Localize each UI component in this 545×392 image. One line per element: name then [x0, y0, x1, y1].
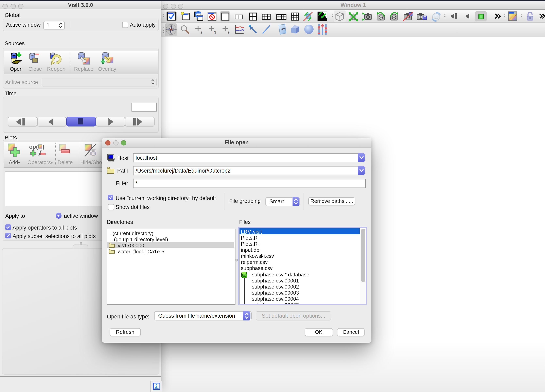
svg-text:DB: DB [243, 274, 245, 277]
svg-text:): ) [43, 144, 44, 150]
svg-text:z: z [200, 30, 203, 34]
svg-text:N: N [213, 30, 216, 34]
svg-text:s: s [228, 30, 230, 34]
svg-text:op(: op( [29, 144, 38, 150]
